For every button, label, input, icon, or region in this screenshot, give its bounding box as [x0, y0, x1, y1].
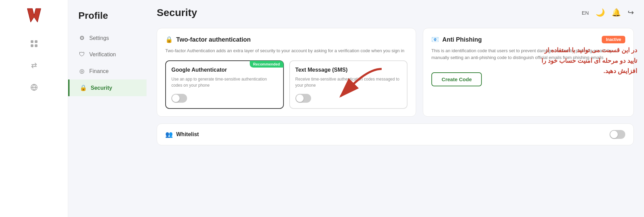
left-nav: Profile ⚙ Settings 🛡 Verification ◎ Fina…: [68, 0, 147, 217]
nav-item-finance[interactable]: ◎ Finance: [68, 63, 147, 79]
top-actions: EN 🌙 🔔 ↪: [582, 8, 634, 17]
nav-label-settings: Settings: [89, 35, 109, 41]
whitelist-toggle[interactable]: [610, 130, 625, 139]
anti-phishing-title: Anti Phishing: [442, 36, 482, 43]
toggle-knob-sms: [296, 95, 304, 102]
svg-rect-3: [31, 44, 33, 47]
tfa-option-google: Recommended Google Authenticator Use an …: [165, 60, 284, 109]
whitelist-row: 👥 Whitelist: [157, 124, 634, 145]
sidebar-icon-grid[interactable]: [28, 38, 40, 50]
language-button[interactable]: EN: [582, 10, 589, 16]
sidebar-icons: [28, 38, 40, 93]
nav-label-finance: Finance: [89, 68, 109, 74]
notifications-icon[interactable]: 🔔: [612, 8, 621, 17]
tfa-google-desc: Use an app to generate time-sensitive au…: [171, 76, 278, 88]
svg-rect-1: [31, 40, 33, 43]
sidebar-icon-globe[interactable]: [28, 81, 40, 93]
tfa-sms-toggle[interactable]: [295, 94, 311, 103]
page-title: Security: [157, 7, 197, 18]
tfa-google-name: Google Authenticator: [171, 67, 278, 74]
nav-item-verification[interactable]: 🛡 Verification: [68, 46, 147, 63]
security-icon: 🔒: [80, 84, 87, 91]
tfa-google-toggle[interactable]: [171, 94, 187, 103]
anti-phishing-header: 📧 Anti Phishing Inactive: [431, 36, 625, 43]
two-factor-title: Two-factor authentication: [176, 36, 251, 43]
create-code-button[interactable]: Create Code: [431, 72, 482, 86]
inactive-badge: Inactive: [602, 36, 625, 43]
main-content: Security EN 🌙 🔔 ↪ 🔒 Two-factor authentic…: [147, 0, 644, 217]
logo: [26, 7, 43, 24]
recommended-badge: Recommended: [250, 61, 283, 68]
tfa-sms-name: Text Message (SMS): [295, 67, 402, 74]
toggle-knob-google: [172, 95, 180, 102]
finance-icon: ◎: [78, 68, 85, 75]
tfa-options: Recommended Google Authenticator Use an …: [165, 60, 408, 109]
verification-icon: 🛡: [78, 51, 85, 58]
toggle-knob-whitelist: [610, 131, 618, 138]
whitelist-title: Whitelist: [176, 131, 199, 138]
email-icon: 📧: [431, 36, 439, 43]
nav-item-security[interactable]: 🔒 Security: [68, 79, 147, 96]
nav-label-security: Security: [91, 85, 112, 91]
nav-header: Profile: [68, 7, 147, 30]
svg-rect-2: [35, 40, 37, 43]
whitelist-left: 👥 Whitelist: [165, 131, 199, 138]
nav-item-settings[interactable]: ⚙ Settings: [68, 30, 147, 46]
cards-row: 🔒 Two-factor authentication Two-factor A…: [157, 28, 634, 117]
sidebar-icon-transfer[interactable]: [28, 59, 40, 72]
tfa-option-sms: Text Message (SMS) Receive time-sensitiv…: [289, 60, 408, 109]
svg-marker-0: [27, 9, 41, 22]
svg-rect-4: [35, 44, 37, 47]
two-factor-card: 🔒 Two-factor authentication Two-factor A…: [157, 28, 416, 117]
two-factor-description: Two-factor Authentication adds an extra …: [165, 47, 408, 54]
anti-phishing-card: 📧 Anti Phishing Inactive This is an iden…: [423, 28, 634, 117]
whitelist-icon: 👥: [165, 131, 173, 138]
lock-icon: 🔒: [165, 36, 173, 43]
dark-mode-icon[interactable]: 🌙: [596, 8, 605, 17]
nav-label-verification: Verification: [89, 52, 116, 58]
settings-icon: ⚙: [78, 34, 85, 42]
two-factor-card-header: 🔒 Two-factor authentication: [165, 36, 408, 43]
tfa-sms-desc: Receive time-sensitive authentication co…: [295, 76, 402, 88]
top-bar: Security EN 🌙 🔔 ↪: [157, 7, 634, 18]
anti-phishing-description: This is an identification code that user…: [431, 47, 625, 61]
anti-phishing-card-header: 📧 Anti Phishing: [431, 36, 482, 43]
logout-icon[interactable]: ↪: [628, 8, 634, 17]
sidebar: [0, 0, 68, 217]
